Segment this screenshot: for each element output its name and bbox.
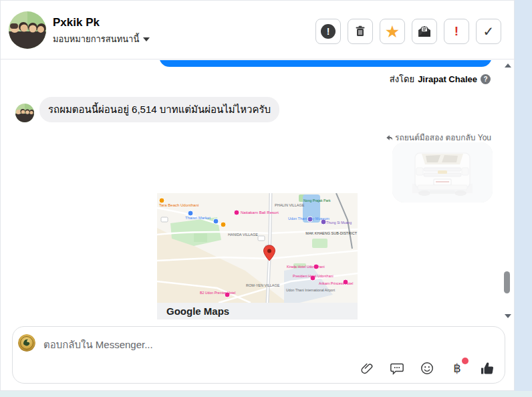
app-window: Pxkik Pk มอบหมายการสนทนานี้ ! [0,0,532,397]
map-label: Thaisri Market [185,216,211,220]
conversation-header: Pxkik Pk มอบหมายการสนทนานี้ ! [1,1,514,59]
map-label: Udon Thani International Airport [286,288,336,292]
map-label: Kirada Hotel Udon Thani [287,265,325,269]
page-background-right [515,0,532,397]
map-link-preview[interactable]: Tara Beach Udonthani Thaisri Market Natt… [157,193,358,319]
map-label: Thung Si Muang [326,221,352,225]
sent-by-line: ส่งโดย Jirapat Chalee ? [390,72,491,86]
payment-button[interactable]: ฿ [449,360,465,376]
map-label: Tara Beach Udonthani [159,203,198,207]
smiley-icon [420,361,434,376]
map-image: Tara Beach Udonthani Thaisri Market Natt… [157,193,358,303]
composer-icon-row: ฿ [359,360,495,376]
mark-spam-button[interactable]: ! [444,19,469,44]
assign-conversation-dropdown[interactable]: มอบหมายการสนทนานี้ [53,32,150,46]
map-label: ROM-YEN VILLAGE [246,283,280,287]
reply-composer[interactable]: ตอบกลับใน Messenger... [12,326,505,384]
trash-icon [354,25,367,38]
outgoing-message-bubble-clipped [159,60,492,67]
scrollbar-down-arrow[interactable] [505,314,511,318]
thumbs-up-icon [479,360,495,377]
chevron-down-icon [143,37,150,41]
map-label: HANIDA VILLAGE [228,233,258,237]
saved-replies-button[interactable] [389,360,405,376]
map-label: President Hotel Udonthani [293,274,334,278]
map-label: Arikarn Princess Hotel [319,281,353,285]
emoji-button[interactable] [419,360,435,376]
group-photo-avatar-small [15,104,34,122]
map-label: Nattakarn Bali Resort [241,211,279,215]
poi-marker [213,219,219,224]
page-title[interactable]: Pxkik Pk [53,16,100,29]
page-background-bottom [0,391,532,397]
delete-button[interactable] [348,19,373,44]
star-button[interactable]: ★ [380,19,405,44]
group-photo-avatar [9,11,46,49]
poi-marker [188,211,193,216]
attach-button[interactable] [359,360,375,376]
circle-exclamation-icon: ! [321,24,336,39]
map-label: Udon Thani City Museum [288,217,329,221]
sent-by-prefix: ส่งโดย [390,72,414,86]
map-attribution-bar[interactable]: Google Maps [157,303,358,319]
like-button[interactable] [479,360,495,376]
moderation-toolbar: ! ★ [315,19,501,44]
faded-overlay [392,142,493,203]
mark-done-button[interactable]: ✓ [476,19,501,44]
map-label: MAK KHAENG SUB-DISTRICT [305,231,357,235]
notification-dot [462,358,469,364]
star-icon: ★ [385,23,400,40]
map-label: B2 Udon Premier Hotel [200,291,235,295]
unread-envelope-icon [417,24,432,39]
message-thread: ส่งโดย Jirapat Chalee ? รถผมตอนนี้ผ่อนอย… [1,60,514,321]
page-logo-avatar [18,334,35,352]
replied-photo-attachment[interactable] [392,142,493,203]
sender-name: Jirapat Chalee [418,74,477,84]
incoming-message-bubble: รถผมตอนนี้ผ่อนอยู่ 6,514 บาทแต่มันผ่อนไม… [39,97,279,122]
map-attribution-label: Google Maps [166,305,229,317]
incoming-message-row: รถผมตอนนี้ผ่อนอยู่ 6,514 บาทแต่มันผ่อนไม… [15,97,279,122]
check-icon: ✓ [483,23,495,39]
help-icon[interactable]: ? [481,74,491,84]
map-label: PHALIN VILLAGE [275,203,305,207]
paperclip-icon [360,362,374,376]
exclamation-icon: ! [454,24,458,39]
poi-marker [221,222,226,227]
report-button[interactable]: ! [315,19,341,44]
poi-marker [234,210,239,215]
avatar[interactable] [9,11,46,49]
reply-input[interactable]: ตอบกลับใน Messenger... [43,337,153,353]
scrollbar-thumb[interactable] [504,271,510,293]
chat-bubble-dots-icon [390,361,404,376]
assign-label: มอบหมายการสนทนานี้ [53,32,139,46]
scrollbar-up-arrow[interactable] [505,63,511,68]
poi-marker [159,198,164,203]
baht-icon: ฿ [453,361,460,376]
sender-avatar[interactable] [15,104,34,122]
inbox-card: Pxkik Pk มอบหมายการสนทนานี้ ! [0,0,515,391]
reply-arrow-icon [385,134,393,142]
scrollbar [503,60,514,321]
map-label: Nong Prajak Park [303,198,331,203]
mark-unread-button[interactable] [412,19,437,44]
